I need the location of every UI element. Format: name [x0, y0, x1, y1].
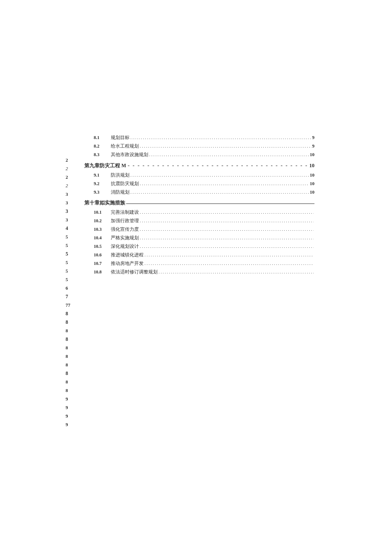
- toc-row-num: 10.5: [84, 244, 111, 249]
- toc-row-num: 10.2: [84, 218, 111, 223]
- toc-row-title: 抗震防灾规划: [111, 180, 140, 187]
- toc-row-title: 强化宣传力度: [111, 226, 140, 232]
- toc-row-leader: . . . . . . . . . . . . . . . . . . . . …: [159, 269, 314, 274]
- toc-row-page: 9: [311, 143, 315, 148]
- toc-row-title: 规划目标: [111, 134, 130, 141]
- toc-row: 9.2抗震防灾规划. . . . . . . . . . . . . . . .…: [84, 180, 314, 187]
- toc-row: 10.8依法适时修订调整规划. . . . . . . . . . . . . …: [84, 269, 314, 275]
- toc-row: 10.7推动房地产开发. . . . . . . . . . . . . . .…: [84, 260, 314, 267]
- toc-row-title: 加强行政管理: [111, 218, 140, 224]
- toc-row-leader: . . . . . . . . . . . . . . . . . . . . …: [149, 152, 309, 157]
- left-col-num: 8: [66, 343, 70, 352]
- toc-chapter: 第十章姒实施措族: [84, 200, 314, 206]
- left-col-num: 6: [66, 284, 70, 292]
- toc-row-leader: . . . . . . . . . . . . . . . . . . . . …: [140, 244, 314, 249]
- toc-row-leader: . . . . . . . . . . . . . . . . . . . . …: [144, 252, 314, 257]
- left-col-num: 8: [66, 386, 70, 395]
- left-col-num: 9: [66, 403, 70, 412]
- toc-row: 9.1防洪规划. . . . . . . . . . . . . . . . .…: [84, 172, 314, 178]
- toc-chapter-leader: - - - - - - - - - - - - - - - - - - - - …: [126, 162, 309, 169]
- toc-row: 8.1规划目标. . . . . . . . . . . . . . . . .…: [84, 134, 314, 141]
- left-col-num: 5: [66, 258, 70, 267]
- left-col-num: 8: [66, 369, 70, 378]
- toc-row-num: 10.6: [84, 253, 111, 257]
- left-col-num: 9: [66, 420, 70, 429]
- toc-row: 10.5深化规划设计. . . . . . . . . . . . . . . …: [84, 243, 314, 250]
- toc-row-leader: . . . . . . . . . . . . . . . . . . . . …: [140, 181, 309, 186]
- toc-row-page: 10: [309, 172, 314, 177]
- toc-row-num: 9.2: [84, 181, 111, 186]
- left-col-num: 4: [66, 224, 70, 232]
- left-col-num: 5: [66, 275, 70, 284]
- left-col-num: 3: [66, 190, 70, 198]
- left-col-num: 7: [66, 292, 70, 301]
- toc-row-title: 严格实施规划: [111, 235, 140, 241]
- toc-row-leader: . . . . . . . . . . . . . . . . . . . . …: [130, 172, 309, 177]
- left-col-num: 5: [66, 232, 70, 241]
- toc-row-title: 依法适时修订调整规划: [111, 269, 159, 275]
- toc-row-num: 8.3: [84, 152, 111, 157]
- toc-row: 10.3强化宣传力度. . . . . . . . . . . . . . . …: [84, 226, 314, 232]
- toc-content: 8.1规划目标. . . . . . . . . . . . . . . . .…: [84, 134, 314, 277]
- toc-chapter-page: 10: [309, 163, 314, 169]
- left-col-num: 8: [66, 352, 70, 360]
- toc-row-num: 9.1: [84, 173, 111, 177]
- toc-chapter-title: 第十章姒实施措族: [84, 200, 125, 206]
- toc-row: 10.1完善法制建设. . . . . . . . . . . . . . . …: [84, 209, 314, 215]
- page: 222233334555555677788888888889999 8.1规划目…: [0, 0, 392, 555]
- left-col-num: 77: [66, 301, 70, 309]
- toc-row-title: 推进城镇化进程: [111, 252, 144, 258]
- left-col-num: 5: [66, 250, 70, 258]
- left-col-num: 3: [66, 198, 70, 207]
- left-col-num: 2: [66, 164, 70, 173]
- left-col-num: 2: [66, 156, 70, 164]
- toc-row-num: 10.8: [84, 270, 111, 274]
- toc-row-num: 9.3: [84, 190, 111, 195]
- toc-row-page: 10: [309, 189, 314, 195]
- left-col-num: 9: [66, 412, 70, 420]
- left-col-num: 8: [66, 335, 70, 343]
- toc-row: 9.3消防规划. . . . . . . . . . . . . . . . .…: [84, 189, 314, 195]
- toc-row: 8.2给水工程规划. . . . . . . . . . . . . . . .…: [84, 143, 314, 149]
- toc-row-num: 10.4: [84, 235, 111, 240]
- toc-chapter-underline: [126, 203, 314, 204]
- toc-row-leader: . . . . . . . . . . . . . . . . . . . . …: [130, 189, 309, 195]
- toc-row-leader: . . . . . . . . . . . . . . . . . . . . …: [140, 227, 314, 232]
- left-col-num: 2: [66, 181, 70, 190]
- toc-row-title: 推动房地产开发: [111, 260, 144, 267]
- toc-row-leader: . . . . . . . . . . . . . . . . . . . . …: [144, 261, 314, 266]
- toc-row: 10.2加强行政管理. . . . . . . . . . . . . . . …: [84, 218, 314, 224]
- left-col-num: 5: [66, 267, 70, 275]
- toc-row-leader: . . . . . . . . . . . . . . . . . . . . …: [140, 143, 311, 148]
- left-col-num: 2: [66, 173, 70, 181]
- toc-chapter-title: 第九章防灾工程 M: [84, 163, 126, 169]
- toc-row-title: 深化规划设计: [111, 243, 140, 250]
- toc-row-title: 防洪规划: [111, 172, 130, 178]
- toc-row: 8.3其他市政设施规划. . . . . . . . . . . . . . .…: [84, 151, 314, 158]
- left-col-num: 8: [66, 309, 70, 318]
- toc-row-page: 9: [311, 135, 315, 140]
- left-col-num: 3: [66, 207, 70, 215]
- toc-row: 10.6推进城镇化进程. . . . . . . . . . . . . . .…: [84, 252, 314, 258]
- toc-row-num: 10.7: [84, 261, 111, 266]
- toc-row: 10.4严格实施规划. . . . . . . . . . . . . . . …: [84, 235, 314, 241]
- toc-row-title: 完善法制建设: [111, 209, 140, 215]
- toc-row-num: 10.1: [84, 210, 111, 215]
- toc-row-num: 8.2: [84, 144, 111, 148]
- toc-chapter: 第九章防灾工程 M- - - - - - - - - - - - - - - -…: [84, 162, 314, 169]
- toc-row-leader: . . . . . . . . . . . . . . . . . . . . …: [130, 135, 311, 140]
- left-col-num: 5: [66, 241, 70, 250]
- toc-row-num: 10.3: [84, 227, 111, 232]
- toc-row-leader: . . . . . . . . . . . . . . . . . . . . …: [140, 209, 314, 215]
- left-col-num: 8: [66, 318, 70, 326]
- toc-row-title: 消防规划: [111, 189, 130, 195]
- left-col-num: 8: [66, 378, 70, 386]
- toc-row-leader: . . . . . . . . . . . . . . . . . . . . …: [140, 235, 314, 240]
- toc-row-page: 10: [309, 152, 314, 157]
- toc-row-num: 8.1: [84, 135, 111, 140]
- toc-row-title: 其他市政设施规划: [111, 151, 149, 158]
- left-col-num: 8: [66, 326, 70, 335]
- left-col-num: 8: [66, 360, 70, 369]
- toc-row-leader: . . . . . . . . . . . . . . . . . . . . …: [140, 218, 314, 223]
- left-col-num: 9: [66, 395, 70, 403]
